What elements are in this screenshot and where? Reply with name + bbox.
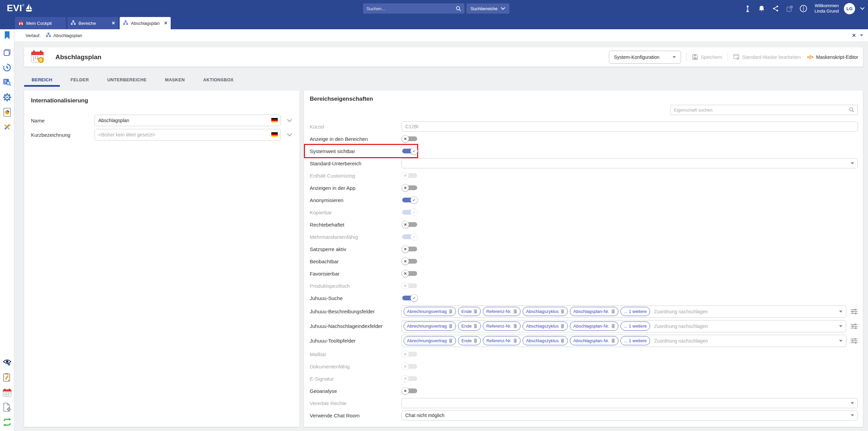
adjust-fields-icon[interactable] [850,309,858,315]
user-avatar[interactable]: LG [844,3,855,14]
caret-down-icon[interactable] [860,34,863,36]
trash-icon[interactable] [449,309,453,314]
document-gear-icon[interactable] [2,402,12,412]
adjust-fields-icon[interactable] [850,323,858,329]
expand-translations-chevron-icon[interactable] [287,133,292,136]
trash-icon[interactable] [474,324,477,328]
trash-icon[interactable] [513,309,517,314]
adjust-fields-icon[interactable] [850,338,858,344]
tools-icon[interactable] [2,122,12,132]
chip-ende[interactable]: Ende [458,336,481,345]
evi-logo[interactable]: EVI ® [7,2,33,14]
trash-icon[interactable] [561,338,564,343]
tab-mein-cockpit[interactable]: Mein Cockpit [15,17,66,29]
close-icon[interactable]: × [852,32,856,38]
clipboard-edit-icon[interactable] [2,372,12,382]
vererbte-rechte-select[interactable] [402,398,858,408]
welcome-text: Willkommen Linda Grund [814,3,839,14]
trash-icon[interactable] [474,338,477,343]
toggle-off[interactable]: × [402,220,418,229]
tab-unterbereiche[interactable]: UNTERBEREICHE [100,74,154,85]
property-label-mehrmandantenfähig: Mehrmandantenfähig [310,234,402,240]
more-options-icon[interactable] [799,4,808,13]
chip-referenz-nr[interactable]: Referenz-Nr. [483,321,521,331]
juhuuu-beschreibungsfelder-field[interactable]: AbrechnungsvertragEndeReferenz-Nr.Abschl… [402,305,846,318]
lighthouse-icon[interactable] [743,4,752,13]
more-chip[interactable]: ... 1 weitere [620,307,650,316]
history-icon[interactable] [2,63,12,72]
trash-icon[interactable] [611,324,615,328]
name-input[interactable] [95,115,281,126]
property-search[interactable] [670,105,858,115]
toggle-off[interactable]: × [402,257,418,265]
report-pie-icon[interactable] [2,107,12,117]
toggle-off[interactable]: × [402,135,418,143]
tab-bereiche[interactable]: Bereiche × [67,17,118,29]
sync-arrows-icon[interactable] [2,417,12,427]
close-icon[interactable]: × [112,20,115,26]
tab-abschlagsplan[interactable]: Abschlagsplan × [120,17,171,29]
history-item-abschlagsplan[interactable]: Abschlagsplan [46,32,82,38]
global-search[interactable] [363,3,464,14]
close-icon[interactable]: × [164,20,167,26]
property-search-input[interactable] [670,107,849,113]
kürzel-input: C12BI [402,121,858,132]
windows-icon[interactable] [2,48,12,57]
toggle-off[interactable]: × [402,245,418,253]
chip-referenz-nr[interactable]: Referenz-Nr. [483,336,521,345]
watch-favorites-eye-icon[interactable] [2,358,12,367]
juhuuu-nachschlageindexfelder-field[interactable]: AbrechnungsvertragEndeReferenz-Nr.Abschl… [402,320,846,332]
juhuuu-tooltipfelder-field[interactable]: AbrechnungsvertragEndeReferenz-Nr.Abschl… [402,335,846,347]
toggle-on[interactable]: ✓ [402,294,418,302]
chip-abrechnungsvertrag[interactable]: Abrechnungsvertrag [404,321,456,331]
mask-edit-icon [733,54,739,60]
trash-icon[interactable] [561,309,564,314]
bookmark-icon[interactable] [2,31,12,40]
trash-icon[interactable] [513,338,517,343]
chip-abschlagsplan-nr[interactable]: Abschlagsplan-Nr. [570,321,618,331]
chip-abrechnungsvertrag[interactable]: Abrechnungsvertrag [404,307,456,316]
trash-icon[interactable] [474,309,477,314]
gear-play-icon[interactable] [2,93,12,102]
toggle-off[interactable]: × [402,387,418,395]
trash-icon[interactable] [611,338,615,343]
chip-ende[interactable]: Ende [458,307,481,316]
configuration-select[interactable]: System-Konfiguration [609,51,681,64]
notifications-bell-icon[interactable] [757,4,766,13]
toggle-off[interactable]: × [402,184,418,192]
tab-aktionsbox[interactable]: AKTIONSBOX [195,74,241,85]
verwende-chat-room-select[interactable]: Chat nicht möglich [402,410,858,420]
chip-abschlagsplan-nr[interactable]: Abschlagsplan-Nr. [570,307,618,316]
search-scope-button[interactable]: Suchbereiche [466,3,509,14]
more-chip[interactable]: ... 1 weitere [620,321,650,331]
chip-abschlagszyklus[interactable]: Abschlagszyklus [523,336,568,345]
chip-ende[interactable]: Ende [458,321,481,331]
chip-abrechnungsvertrag[interactable]: Abrechnungsvertrag [404,336,456,345]
chip-referenz-nr[interactable]: Referenz-Nr. [483,307,521,316]
search-input[interactable] [363,6,456,11]
tab-masken[interactable]: MASKEN [157,74,192,85]
trash-icon[interactable] [561,324,564,328]
tab-bereich[interactable]: BEREICH [24,74,60,85]
standard-unterbereich-select[interactable] [402,158,858,168]
mask-script-editor-button[interactable]: </> Maskenskript-Editor [807,54,858,60]
calendar-icon[interactable] [2,387,12,397]
chip-abschlagszyklus[interactable]: Abschlagszyklus [523,321,568,331]
user-menu-chevron-icon[interactable] [860,7,865,10]
toggle-on[interactable]: ✓ [402,147,418,155]
tab-felder[interactable]: FELDER [63,74,97,85]
trash-icon[interactable] [449,338,453,343]
trash-icon[interactable] [611,309,615,314]
toggle-on[interactable]: ✓ [402,196,418,204]
toggle-off[interactable]: × [402,269,418,278]
share-icon[interactable] [771,4,780,13]
expand-translations-chevron-icon[interactable] [287,119,292,122]
trash-icon[interactable] [513,324,517,328]
chip-label: Abrechnungsvertrag [407,338,447,343]
more-chip[interactable]: ... 1 weitere [620,336,650,345]
chip-abschlagsplan-nr[interactable]: Abschlagsplan-Nr. [570,336,618,345]
trash-icon[interactable] [449,324,453,328]
list-search-icon[interactable] [2,78,12,87]
chip-abschlagszyklus[interactable]: Abschlagszyklus [523,307,568,316]
kurzbezeichnung-input[interactable] [95,129,281,140]
